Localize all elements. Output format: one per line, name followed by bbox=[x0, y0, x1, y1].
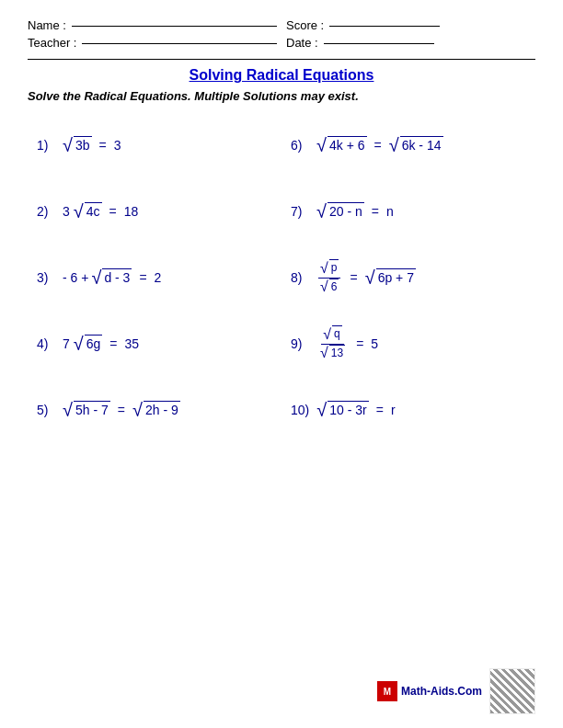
problem-1-math: √ 3b = 3 bbox=[63, 136, 121, 155]
teacher-label: Teacher : bbox=[28, 36, 76, 50]
date-field: Date : bbox=[286, 36, 535, 50]
problem-5-num: 5) bbox=[37, 403, 55, 417]
problem-4-num: 4) bbox=[37, 336, 55, 351]
brand-name: Math-Aids.Com bbox=[401, 685, 482, 698]
worksheet-title: Solving Radical Equations bbox=[28, 67, 535, 84]
brand-icon: M bbox=[377, 681, 397, 701]
teacher-field: Teacher : bbox=[28, 36, 277, 50]
problem-1-num: 1) bbox=[37, 138, 55, 153]
problem-8: 8) √ p √ 6 = bbox=[282, 245, 535, 311]
problem-5: 5) √ 5h - 7 = √ 2h - 9 bbox=[28, 377, 282, 443]
problem-8-math: √ p √ 6 = √ 6p + 7 bbox=[316, 259, 416, 296]
problem-3: 3) - 6 + √ d - 3 = 2 bbox=[28, 245, 282, 311]
brand-area: M Math-Aids.Com bbox=[377, 681, 482, 701]
problem-9: 9) √ q √ 13 = bbox=[282, 311, 535, 377]
problem-6-math: √ 4k + 6 = √ 6k - 14 bbox=[316, 136, 443, 155]
problem-7-num: 7) bbox=[291, 204, 309, 219]
problem-7-math: √ 20 - n = n bbox=[316, 202, 394, 222]
name-field: Name : bbox=[28, 18, 277, 32]
problem-3-math: - 6 + √ d - 3 = 2 bbox=[63, 268, 161, 288]
instructions: Solve the Radical Equations. Multiple So… bbox=[28, 89, 535, 103]
score-field: Score : bbox=[286, 18, 535, 32]
problems-grid: 1) √ 3b = 3 6) √ 4k + 6 = √ bbox=[28, 112, 535, 443]
problem-10-math: √ 10 - 3r = r bbox=[316, 401, 395, 420]
problem-8-num: 8) bbox=[291, 270, 309, 285]
date-label: Date : bbox=[286, 36, 318, 50]
problem-2-math: 3 √ 4c = 18 bbox=[63, 202, 138, 222]
problem-10: 10) √ 10 - 3r = r bbox=[282, 377, 535, 443]
problem-4-math: 7 √ 6g = 35 bbox=[63, 335, 139, 354]
score-label: Score : bbox=[286, 18, 324, 32]
problem-1: 1) √ 3b = 3 bbox=[28, 112, 282, 178]
name-label: Name : bbox=[28, 18, 66, 32]
problem-6-num: 6) bbox=[291, 138, 309, 153]
problem-3-num: 3) bbox=[37, 270, 55, 285]
header: Name : Score : Teacher : Date : bbox=[28, 18, 535, 50]
worksheet-page: Name : Score : Teacher : Date : Solving … bbox=[0, 0, 563, 728]
qr-code bbox=[489, 668, 535, 714]
problem-9-math: √ q √ 13 = 5 bbox=[316, 325, 378, 362]
problem-6: 6) √ 4k + 6 = √ 6k - 14 bbox=[282, 112, 535, 178]
problem-7: 7) √ 20 - n = n bbox=[282, 178, 535, 245]
divider bbox=[28, 59, 535, 60]
problem-4: 4) 7 √ 6g = 35 bbox=[28, 311, 282, 377]
problem-10-num: 10) bbox=[291, 403, 309, 417]
footer: M Math-Aids.Com bbox=[377, 668, 535, 714]
radical-1: √ 3b bbox=[63, 136, 92, 155]
problem-9-num: 9) bbox=[291, 336, 309, 351]
problem-5-math: √ 5h - 7 = √ 2h - 9 bbox=[63, 401, 180, 420]
problem-2: 2) 3 √ 4c = 18 bbox=[28, 178, 282, 245]
problem-2-num: 2) bbox=[37, 204, 55, 219]
